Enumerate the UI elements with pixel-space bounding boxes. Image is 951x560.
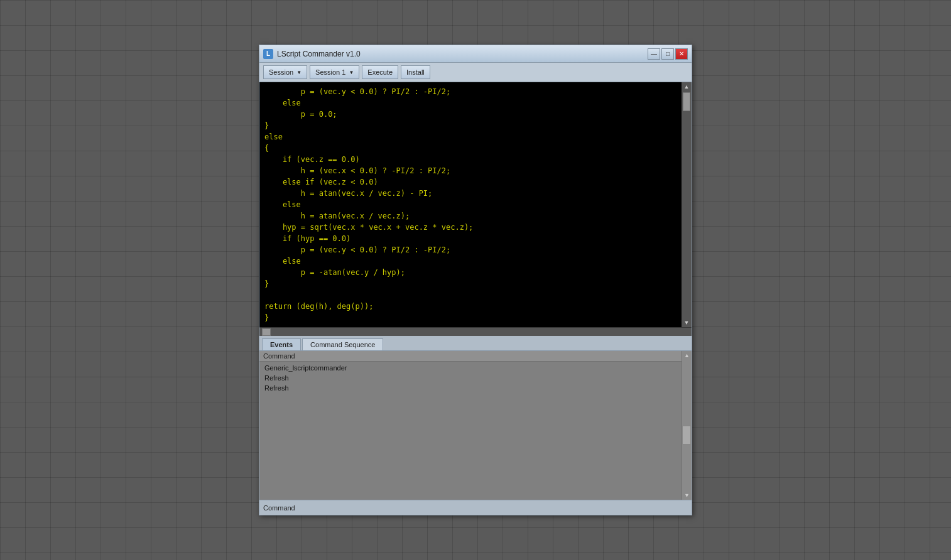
execute-button[interactable]: Execute bbox=[362, 65, 398, 79]
session-dropdown[interactable]: Session ▼ bbox=[263, 65, 307, 79]
window-title: LScript Commander v1.0 bbox=[277, 50, 648, 58]
events-scroll-down[interactable]: ▼ bbox=[682, 491, 692, 500]
bottom-bar: Command bbox=[259, 500, 692, 515]
scroll-thumb[interactable] bbox=[683, 92, 690, 111]
tab-command-sequence[interactable]: Command Sequence bbox=[302, 338, 383, 350]
title-bar: L LScript Commander v1.0 — □ ✕ bbox=[259, 45, 692, 63]
hscroll-thumb[interactable] bbox=[262, 328, 271, 336]
main-window: L LScript Commander v1.0 — □ ✕ Session ▼… bbox=[259, 45, 692, 515]
scroll-track bbox=[682, 91, 692, 318]
install-button[interactable]: Install bbox=[401, 65, 430, 79]
tabs-bar: Events Command Sequence bbox=[259, 336, 692, 351]
events-scrollbar[interactable]: ▲ ▼ bbox=[682, 351, 692, 500]
list-item[interactable]: Refresh bbox=[259, 373, 682, 383]
code-editor[interactable]: p = (vec.y < 0.0) ? PI/2 : -PI/2; else p… bbox=[259, 82, 692, 327]
tab-events[interactable]: Events bbox=[262, 338, 301, 350]
code-wrapper: p = (vec.y < 0.0) ? PI/2 : -PI/2; else p… bbox=[259, 82, 692, 327]
scroll-up-arrow[interactable]: ▲ bbox=[682, 82, 692, 91]
code-scrollbar[interactable]: ▲ ▼ bbox=[682, 82, 692, 327]
events-header: Command bbox=[259, 351, 682, 362]
maximize-button[interactable]: □ bbox=[661, 48, 674, 60]
close-button[interactable]: ✕ bbox=[675, 48, 688, 60]
scroll-down-arrow[interactable]: ▼ bbox=[682, 318, 692, 327]
list-item[interactable]: Generic_lscriptcommander bbox=[259, 363, 682, 373]
session-dropdown-arrow: ▼ bbox=[296, 70, 302, 75]
events-scroll-up[interactable]: ▲ bbox=[682, 351, 692, 360]
code-content: p = (vec.y < 0.0) ? PI/2 : -PI/2; else p… bbox=[264, 86, 679, 323]
toolbar: Session ▼ Session 1 ▼ Execute Install bbox=[259, 63, 692, 82]
app-icon: L bbox=[263, 49, 273, 59]
command-label: Command bbox=[263, 504, 295, 512]
minimize-button[interactable]: — bbox=[648, 48, 660, 60]
events-scroll-track bbox=[682, 360, 692, 491]
window-controls: — □ ✕ bbox=[648, 48, 688, 60]
session1-dropdown[interactable]: Session 1 ▼ bbox=[310, 65, 359, 79]
list-item[interactable]: Refresh bbox=[259, 383, 682, 393]
session1-dropdown-arrow: ▼ bbox=[349, 70, 354, 75]
events-panel: Command Generic_lscriptcommander Refresh… bbox=[259, 351, 692, 500]
code-hscrollbar[interactable] bbox=[259, 327, 692, 336]
events-scroll-thumb[interactable] bbox=[682, 426, 691, 444]
events-list: Generic_lscriptcommander Refresh Refresh bbox=[259, 362, 682, 500]
panel-content: Command Generic_lscriptcommander Refresh… bbox=[259, 351, 682, 500]
